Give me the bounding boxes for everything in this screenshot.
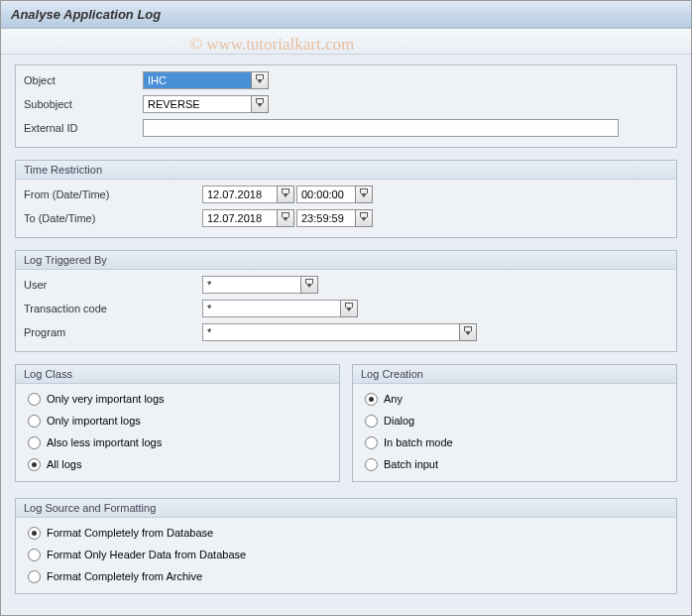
subobject-f4-button[interactable] — [251, 95, 269, 113]
log-creation-any-row[interactable]: Any — [361, 388, 668, 410]
log-source-group: Log Source and Formatting Format Complet… — [15, 498, 677, 594]
user-f4[interactable] — [300, 276, 318, 294]
dropdown-icon — [465, 331, 471, 335]
log-source-archive-label: Format Completely from Archive — [47, 570, 202, 582]
log-triggered-group: Log Triggered By User Transaction code P… — [15, 250, 677, 352]
subobject-row: Subobject — [24, 93, 668, 115]
user-row: User — [24, 274, 668, 296]
object-f4-button[interactable] — [251, 71, 269, 89]
dropdown-icon — [283, 193, 288, 197]
radio-any[interactable] — [365, 393, 378, 406]
external-id-input[interactable] — [143, 119, 619, 137]
to-time-input[interactable] — [296, 209, 356, 227]
dropdown-icon — [361, 193, 367, 197]
log-source-db-header-row[interactable]: Format Only Header Data from Database — [24, 544, 668, 565]
window-title-bar: Analyse Application Log — [1, 1, 691, 29]
log-source-db-full-label: Format Completely from Database — [47, 527, 213, 539]
radio-db-full[interactable] — [28, 527, 41, 540]
time-restriction-header: Time Restriction — [16, 161, 676, 180]
log-class-very-important-label: Only very important logs — [47, 393, 165, 405]
from-date-f4[interactable] — [277, 185, 294, 203]
window-title: Analyse Application Log — [11, 7, 161, 22]
log-creation-dialog-label: Dialog — [384, 415, 414, 427]
program-input[interactable] — [202, 323, 460, 341]
log-creation-group: Log Creation Any Dialog In batch mode Ba… — [352, 364, 677, 482]
log-class-very-important-row[interactable]: Only very important logs — [24, 388, 331, 410]
from-time-f4[interactable] — [355, 185, 373, 203]
main-fields-group: Object Subobject External ID — [15, 64, 677, 148]
log-class-all-label: All logs — [47, 458, 81, 470]
from-label: From (Date/Time) — [24, 188, 202, 200]
log-class-less-important-row[interactable]: Also less important logs — [24, 431, 331, 453]
to-date-f4[interactable] — [277, 209, 294, 227]
to-label: To (Date/Time) — [24, 212, 202, 224]
dropdown-icon — [346, 308, 352, 311]
log-class-important-label: Only important logs — [47, 415, 141, 427]
log-class-all-row[interactable]: All logs — [24, 453, 331, 475]
radio-very-important[interactable] — [28, 393, 41, 406]
two-column-row: Log Class Only very important logs Only … — [15, 364, 677, 486]
log-class-less-important-label: Also less important logs — [47, 436, 162, 448]
tcode-f4[interactable] — [340, 300, 358, 317]
log-creation-dialog-row[interactable]: Dialog — [361, 410, 668, 431]
object-row: Object — [24, 69, 668, 91]
content-area: Object Subobject External ID Time Restri… — [1, 55, 691, 608]
program-label: Program — [24, 326, 202, 338]
object-input[interactable] — [143, 71, 252, 89]
tcode-row: Transaction code — [24, 298, 668, 319]
radio-less-important[interactable] — [28, 436, 41, 449]
log-creation-any-label: Any — [384, 393, 403, 405]
tcode-label: Transaction code — [24, 303, 202, 314]
subobject-label: Subobject — [24, 98, 143, 110]
user-input[interactable] — [202, 276, 301, 294]
object-label: Object — [24, 74, 143, 86]
radio-archive[interactable] — [28, 570, 41, 583]
radio-batch[interactable] — [365, 436, 378, 449]
radio-important[interactable] — [28, 415, 41, 428]
to-time-f4[interactable] — [355, 209, 373, 227]
external-id-label: External ID — [24, 122, 143, 134]
radio-dialog[interactable] — [365, 415, 378, 428]
dropdown-icon — [306, 284, 312, 288]
log-creation-batch-label: In batch mode — [384, 436, 453, 448]
to-row: To (Date/Time) — [24, 207, 668, 229]
log-creation-header: Log Creation — [353, 365, 676, 384]
dropdown-icon — [361, 217, 367, 221]
log-creation-batch-input-label: Batch input — [384, 458, 438, 470]
time-restriction-group: Time Restriction From (Date/Time) To (Da… — [15, 160, 677, 238]
log-creation-batch-input-row[interactable]: Batch input — [361, 453, 668, 475]
subobject-input[interactable] — [143, 95, 252, 113]
log-creation-batch-row[interactable]: In batch mode — [361, 431, 668, 453]
log-class-header: Log Class — [16, 365, 339, 384]
radio-db-header[interactable] — [28, 549, 41, 561]
program-f4[interactable] — [459, 323, 477, 341]
toolbar — [1, 29, 691, 55]
user-label: User — [24, 279, 202, 291]
dropdown-icon — [257, 103, 263, 107]
log-source-header: Log Source and Formatting — [16, 499, 676, 518]
external-id-row: External ID — [24, 117, 668, 139]
log-class-important-row[interactable]: Only important logs — [24, 410, 331, 431]
radio-batch-input[interactable] — [365, 458, 378, 471]
program-row: Program — [24, 321, 668, 343]
log-class-group: Log Class Only very important logs Only … — [15, 364, 340, 482]
from-date-input[interactable] — [202, 185, 278, 203]
to-date-input[interactable] — [202, 209, 278, 227]
log-source-db-header-label: Format Only Header Data from Database — [47, 549, 246, 560]
from-time-input[interactable] — [296, 185, 356, 203]
dropdown-icon — [257, 79, 263, 83]
log-triggered-header: Log Triggered By — [16, 251, 676, 270]
tcode-input[interactable] — [202, 300, 341, 317]
dropdown-icon — [283, 217, 288, 221]
from-row: From (Date/Time) — [24, 184, 668, 205]
log-source-db-full-row[interactable]: Format Completely from Database — [24, 522, 668, 544]
log-source-archive-row[interactable]: Format Completely from Archive — [24, 565, 668, 587]
radio-all-logs[interactable] — [28, 458, 41, 471]
